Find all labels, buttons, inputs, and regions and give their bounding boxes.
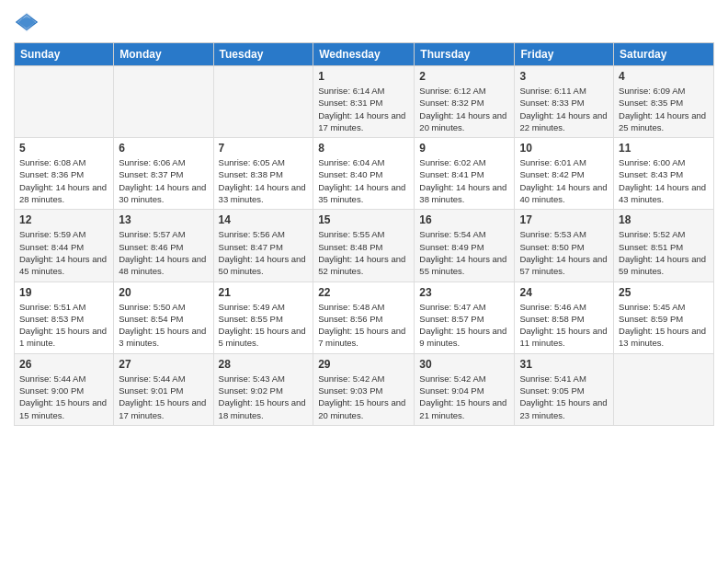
day-number: 17 xyxy=(519,213,609,226)
day-info: Sunrise: 5:59 AMSunset: 8:44 PMDaylight:… xyxy=(19,228,108,277)
day-number: 20 xyxy=(119,286,208,299)
header xyxy=(14,9,714,35)
day-info: Sunrise: 6:05 AMSunset: 8:38 PMDaylight:… xyxy=(219,156,309,205)
calendar-cell: 9Sunrise: 6:02 AMSunset: 8:41 PMDaylight… xyxy=(415,138,515,210)
calendar-cell: 27Sunrise: 5:44 AMSunset: 9:01 PMDayligh… xyxy=(114,353,213,425)
day-info: Sunrise: 5:49 AMSunset: 8:55 PMDaylight:… xyxy=(219,301,309,350)
day-number: 2 xyxy=(419,70,509,83)
day-info: Sunrise: 5:47 AMSunset: 8:57 PMDaylight:… xyxy=(419,301,509,350)
calendar-cell: 4Sunrise: 6:09 AMSunset: 8:35 PMDaylight… xyxy=(614,66,714,138)
calendar-header-friday: Friday xyxy=(515,43,614,66)
calendar-cell: 29Sunrise: 5:42 AMSunset: 9:03 PMDayligh… xyxy=(313,353,415,425)
day-number: 7 xyxy=(219,142,309,155)
calendar-cell xyxy=(614,353,714,425)
day-number: 14 xyxy=(219,213,309,226)
calendar-cell: 1Sunrise: 6:14 AMSunset: 8:31 PMDaylight… xyxy=(313,66,415,138)
day-info: Sunrise: 5:51 AMSunset: 8:53 PMDaylight:… xyxy=(19,301,108,350)
calendar-header-sunday: Sunday xyxy=(15,43,114,66)
day-number: 25 xyxy=(619,286,709,299)
calendar-cell: 6Sunrise: 6:06 AMSunset: 8:37 PMDaylight… xyxy=(114,138,213,210)
logo xyxy=(14,9,43,35)
page: SundayMondayTuesdayWednesdayThursdayFrid… xyxy=(0,0,728,563)
calendar-cell: 25Sunrise: 5:45 AMSunset: 8:59 PMDayligh… xyxy=(614,282,714,353)
calendar-cell: 8Sunrise: 6:04 AMSunset: 8:40 PMDaylight… xyxy=(313,138,415,210)
day-number: 3 xyxy=(519,70,609,83)
day-info: Sunrise: 5:48 AMSunset: 8:56 PMDaylight:… xyxy=(318,301,409,350)
day-info: Sunrise: 5:44 AMSunset: 9:00 PMDaylight:… xyxy=(19,373,108,421)
day-number: 12 xyxy=(19,213,108,226)
calendar-header-tuesday: Tuesday xyxy=(213,43,313,66)
calendar-header-monday: Monday xyxy=(114,43,213,66)
calendar-cell: 11Sunrise: 6:00 AMSunset: 8:43 PMDayligh… xyxy=(614,138,714,210)
day-info: Sunrise: 5:42 AMSunset: 9:03 PMDaylight:… xyxy=(318,373,409,421)
day-number: 8 xyxy=(318,142,409,155)
day-number: 4 xyxy=(619,70,709,83)
day-info: Sunrise: 5:57 AMSunset: 8:46 PMDaylight:… xyxy=(119,228,208,277)
calendar-cell: 10Sunrise: 6:01 AMSunset: 8:42 PMDayligh… xyxy=(515,138,614,210)
day-number: 5 xyxy=(19,142,108,155)
day-number: 24 xyxy=(519,286,609,299)
calendar-cell: 15Sunrise: 5:55 AMSunset: 8:48 PMDayligh… xyxy=(313,210,415,282)
calendar-cell: 24Sunrise: 5:46 AMSunset: 8:58 PMDayligh… xyxy=(515,282,614,353)
day-number: 6 xyxy=(119,142,208,155)
day-number: 23 xyxy=(419,286,509,299)
day-number: 10 xyxy=(519,142,609,155)
calendar-cell: 22Sunrise: 5:48 AMSunset: 8:56 PMDayligh… xyxy=(313,282,415,353)
day-number: 30 xyxy=(419,358,509,371)
day-info: Sunrise: 5:53 AMSunset: 8:50 PMDaylight:… xyxy=(519,228,609,277)
calendar-cell: 2Sunrise: 6:12 AMSunset: 8:32 PMDaylight… xyxy=(415,66,515,138)
calendar: SundayMondayTuesdayWednesdayThursdayFrid… xyxy=(14,42,714,426)
calendar-cell: 7Sunrise: 6:05 AMSunset: 8:38 PMDaylight… xyxy=(213,138,313,210)
day-number: 9 xyxy=(419,142,509,155)
calendar-cell: 28Sunrise: 5:43 AMSunset: 9:02 PMDayligh… xyxy=(213,353,313,425)
calendar-cell: 5Sunrise: 6:08 AMSunset: 8:36 PMDaylight… xyxy=(15,138,114,210)
calendar-cell: 23Sunrise: 5:47 AMSunset: 8:57 PMDayligh… xyxy=(415,282,515,353)
day-number: 31 xyxy=(519,358,609,371)
calendar-cell: 31Sunrise: 5:41 AMSunset: 9:05 PMDayligh… xyxy=(515,353,614,425)
calendar-cell: 19Sunrise: 5:51 AMSunset: 8:53 PMDayligh… xyxy=(15,282,114,353)
day-info: Sunrise: 5:56 AMSunset: 8:47 PMDaylight:… xyxy=(219,228,309,277)
day-info: Sunrise: 5:55 AMSunset: 8:48 PMDaylight:… xyxy=(318,228,409,277)
day-number: 18 xyxy=(619,213,709,226)
day-info: Sunrise: 6:11 AMSunset: 8:33 PMDaylight:… xyxy=(519,85,609,133)
day-number: 26 xyxy=(19,358,108,371)
calendar-header-thursday: Thursday xyxy=(415,43,515,66)
day-info: Sunrise: 6:09 AMSunset: 8:35 PMDaylight:… xyxy=(619,85,709,133)
calendar-cell xyxy=(15,66,114,138)
calendar-cell: 21Sunrise: 5:49 AMSunset: 8:55 PMDayligh… xyxy=(213,282,313,353)
day-info: Sunrise: 5:45 AMSunset: 8:59 PMDaylight:… xyxy=(619,301,709,350)
calendar-cell xyxy=(114,66,213,138)
day-info: Sunrise: 6:12 AMSunset: 8:32 PMDaylight:… xyxy=(419,85,509,133)
day-number: 1 xyxy=(318,70,409,83)
calendar-week-4: 19Sunrise: 5:51 AMSunset: 8:53 PMDayligh… xyxy=(15,282,714,353)
day-info: Sunrise: 5:54 AMSunset: 8:49 PMDaylight:… xyxy=(419,228,509,277)
calendar-header-saturday: Saturday xyxy=(614,43,714,66)
day-info: Sunrise: 5:43 AMSunset: 9:02 PMDaylight:… xyxy=(219,373,309,421)
calendar-cell: 18Sunrise: 5:52 AMSunset: 8:51 PMDayligh… xyxy=(614,210,714,282)
day-info: Sunrise: 5:50 AMSunset: 8:54 PMDaylight:… xyxy=(119,301,208,350)
calendar-cell: 26Sunrise: 5:44 AMSunset: 9:00 PMDayligh… xyxy=(15,353,114,425)
day-info: Sunrise: 5:44 AMSunset: 9:01 PMDaylight:… xyxy=(119,373,208,421)
day-info: Sunrise: 6:06 AMSunset: 8:37 PMDaylight:… xyxy=(119,156,208,205)
day-number: 13 xyxy=(119,213,208,226)
day-number: 11 xyxy=(619,142,709,155)
calendar-cell xyxy=(213,66,313,138)
calendar-cell: 14Sunrise: 5:56 AMSunset: 8:47 PMDayligh… xyxy=(213,210,313,282)
calendar-week-1: 1Sunrise: 6:14 AMSunset: 8:31 PMDaylight… xyxy=(15,66,714,138)
calendar-week-3: 12Sunrise: 5:59 AMSunset: 8:44 PMDayligh… xyxy=(15,210,714,282)
day-info: Sunrise: 5:41 AMSunset: 9:05 PMDaylight:… xyxy=(519,373,609,421)
logo-icon xyxy=(14,9,40,35)
calendar-cell: 20Sunrise: 5:50 AMSunset: 8:54 PMDayligh… xyxy=(114,282,213,353)
day-info: Sunrise: 6:02 AMSunset: 8:41 PMDaylight:… xyxy=(419,156,509,205)
day-number: 16 xyxy=(419,213,509,226)
day-info: Sunrise: 6:01 AMSunset: 8:42 PMDaylight:… xyxy=(519,156,609,205)
calendar-cell: 12Sunrise: 5:59 AMSunset: 8:44 PMDayligh… xyxy=(15,210,114,282)
day-info: Sunrise: 6:14 AMSunset: 8:31 PMDaylight:… xyxy=(318,85,409,133)
calendar-header-wednesday: Wednesday xyxy=(313,43,415,66)
calendar-cell: 3Sunrise: 6:11 AMSunset: 8:33 PMDaylight… xyxy=(515,66,614,138)
calendar-cell: 17Sunrise: 5:53 AMSunset: 8:50 PMDayligh… xyxy=(515,210,614,282)
day-info: Sunrise: 6:04 AMSunset: 8:40 PMDaylight:… xyxy=(318,156,409,205)
day-number: 21 xyxy=(219,286,309,299)
calendar-week-2: 5Sunrise: 6:08 AMSunset: 8:36 PMDaylight… xyxy=(15,138,714,210)
calendar-cell: 13Sunrise: 5:57 AMSunset: 8:46 PMDayligh… xyxy=(114,210,213,282)
